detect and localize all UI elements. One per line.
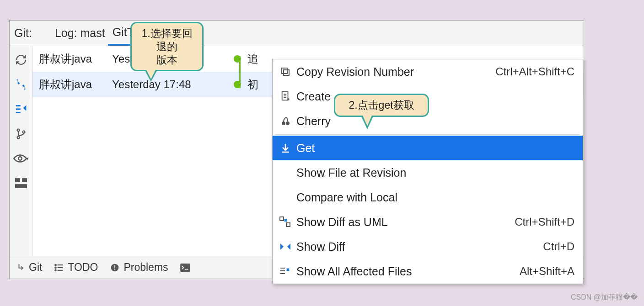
callout-text: 版本 — [140, 53, 194, 67]
menu-label: Cherry — [294, 115, 574, 128]
svg-rect-15 — [282, 68, 287, 74]
diff-uml-icon — [277, 216, 294, 227]
svg-rect-12 — [115, 269, 116, 270]
svg-point-1 — [17, 137, 19, 139]
git-sidebar: ▾ — [10, 46, 32, 256]
merge-arrows-icon[interactable] — [12, 74, 30, 95]
commit-author: 胖叔讲java — [39, 52, 112, 66]
cherry-icon — [277, 116, 294, 127]
menu-label: Get — [294, 142, 574, 155]
callout-text: 1.选择要回退的 — [140, 27, 194, 53]
git-tabbar: Git: Log: mast GitTest.java × — [10, 21, 584, 46]
menu-label: Show All Affected Files — [294, 265, 520, 278]
graph-line — [239, 56, 241, 88]
menu-shortcut: Alt+Shift+A — [520, 265, 574, 278]
menu-show-diff-uml[interactable]: Show Diff as UML Ctrl+Shift+D — [273, 210, 583, 234]
callout-tail-icon — [361, 116, 374, 129]
bottom-tab-git[interactable]: Git — [15, 261, 42, 274]
svg-rect-4 — [15, 178, 20, 182]
menu-copy-revision[interactable]: Copy Revision Number Ctrl+Alt+Shift+C — [273, 59, 583, 84]
commit-author: 胖叔讲java — [39, 77, 112, 92]
svg-point-17 — [282, 121, 285, 125]
layout-icon[interactable] — [12, 172, 30, 194]
indent-arrows-icon[interactable] — [12, 98, 30, 120]
annotation-callout-1: 1.选择要回退的 版本 — [130, 22, 204, 71]
menu-get[interactable]: Get — [273, 136, 583, 160]
svg-point-7 — [55, 264, 57, 265]
svg-point-18 — [286, 121, 290, 125]
git-label: Git: — [14, 26, 32, 40]
svg-rect-20 — [286, 223, 290, 227]
menu-label: Compare with Local — [294, 191, 574, 204]
menu-label: Show File at Revision — [294, 166, 574, 179]
menu-shortcut: Ctrl+Shift+D — [515, 216, 574, 228]
svg-point-2 — [22, 131, 25, 133]
commit-subject: 追 — [247, 52, 258, 66]
terminal-icon — [180, 264, 190, 272]
bottom-tab-label: Git — [29, 261, 42, 274]
warning-icon — [110, 263, 120, 272]
svg-rect-11 — [115, 265, 116, 269]
menu-label: Show Diff — [294, 240, 543, 253]
refresh-icon[interactable] — [12, 49, 30, 71]
svg-point-0 — [17, 129, 19, 132]
eye-icon[interactable]: ▾ — [12, 148, 30, 169]
context-menu: Copy Revision Number Ctrl+Alt+Shift+C Cr… — [272, 59, 583, 284]
commit-date: Yesterday 17:48 — [112, 78, 234, 91]
bottom-tab-terminal[interactable] — [180, 264, 190, 272]
bottom-tab-problems[interactable]: Problems — [110, 261, 168, 274]
svg-point-8 — [55, 267, 57, 268]
svg-rect-14 — [284, 70, 289, 75]
bottom-tab-label: TODO — [68, 261, 98, 274]
annotation-callout-2: 2.点击get获取 — [334, 94, 429, 117]
download-icon — [277, 142, 294, 153]
svg-point-3 — [18, 157, 22, 160]
menu-show-file-at-revision[interactable]: Show File at Revision — [273, 160, 583, 185]
svg-rect-6 — [15, 184, 27, 188]
svg-rect-13 — [180, 264, 190, 272]
menu-show-affected-files[interactable]: Show All Affected Files Alt+Shift+A — [273, 259, 583, 284]
patch-icon — [277, 91, 294, 102]
callout-tail-icon — [145, 70, 157, 82]
svg-rect-5 — [22, 178, 27, 182]
copy-icon — [277, 66, 294, 77]
tab-log-master[interactable]: Log: mast — [55, 26, 105, 40]
svg-rect-19 — [280, 217, 284, 221]
branch-arrow-icon — [15, 263, 25, 272]
menu-shortcut: Ctrl+D — [543, 240, 574, 253]
svg-point-9 — [55, 269, 57, 271]
menu-separator — [275, 134, 580, 135]
bottom-tab-todo[interactable]: TODO — [54, 261, 98, 274]
list-icon — [54, 264, 64, 272]
commit-subject: 初 — [247, 77, 258, 92]
watermark: CSDN @加菲猫�� — [571, 293, 638, 302]
menu-label: Copy Revision Number — [294, 65, 495, 79]
diff-icon — [277, 242, 294, 252]
menu-show-diff[interactable]: Show Diff Ctrl+D — [273, 234, 583, 259]
affected-files-icon — [277, 266, 294, 277]
branch-icon[interactable] — [12, 123, 30, 145]
menu-compare-with-local[interactable]: Compare with Local — [273, 185, 583, 210]
menu-label: Show Diff as UML — [294, 216, 515, 229]
bottom-tab-label: Problems — [123, 261, 168, 274]
callout-text: 2.点击get获取 — [343, 99, 419, 112]
menu-shortcut: Ctrl+Alt+Shift+C — [495, 65, 574, 78]
